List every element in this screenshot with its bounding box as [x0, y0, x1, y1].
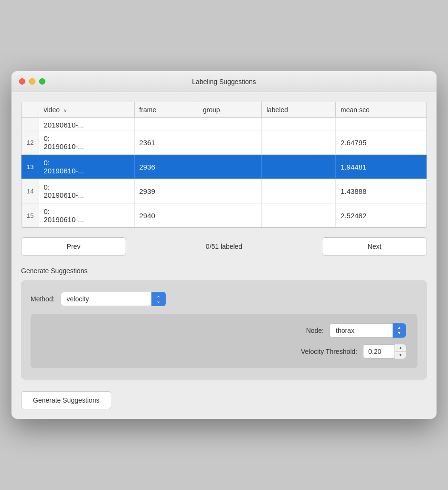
row-num: 15: [21, 203, 39, 228]
table-row[interactable]: 20190610-...: [21, 118, 427, 130]
title-bar: Labeling Suggestions: [11, 71, 437, 92]
suggestions-table-container: video ∨ frame group labeled mean sco 201…: [21, 102, 427, 228]
table-row[interactable]: 14 0:20190610-... 2939 1.43888: [21, 179, 427, 203]
table-row[interactable]: 15 0:20190610-... 2940 2.52482: [21, 203, 427, 228]
next-button[interactable]: Next: [322, 237, 427, 256]
cell-frame: 2361: [134, 130, 198, 155]
cell-group: [198, 130, 261, 155]
cell-group: [198, 203, 261, 228]
cell-score: 2.64795: [336, 130, 427, 155]
table-row-selected[interactable]: 13 0:20190610-... 2936 1.94481: [21, 155, 427, 179]
cell-frame: 2936: [134, 155, 198, 179]
maximize-button[interactable]: [39, 78, 45, 85]
cell-labeled: [261, 118, 335, 130]
cell-score: 2.52482: [336, 203, 427, 228]
main-window: Labeling Suggestions video ∨ frame group…: [11, 71, 437, 419]
col-header-group: group: [198, 102, 261, 118]
method-row: Method: velocity: [31, 292, 417, 306]
close-button[interactable]: [19, 78, 25, 85]
table-header-row: video ∨ frame group labeled mean sco: [21, 102, 427, 118]
col-header-labeled: labeled: [261, 102, 335, 118]
row-num: 12: [21, 130, 39, 155]
node-select[interactable]: thorax: [330, 323, 406, 338]
window-content: video ∨ frame group labeled mean sco 201…: [11, 92, 437, 419]
inner-options-panel: Node: thorax ▲ ▼ Velocity Threshold:: [31, 314, 417, 368]
threshold-stepper: ▲ ▼: [395, 344, 406, 359]
table-row[interactable]: 12 0:20190610-... 2361 2.64795: [21, 130, 427, 155]
cell-frame: 2940: [134, 203, 198, 228]
cell-labeled: [261, 155, 335, 179]
cell-labeled: [261, 203, 335, 228]
stepper-down-button[interactable]: ▼: [395, 352, 406, 359]
sort-icon: ∨: [64, 108, 67, 113]
cell-group: [198, 118, 261, 130]
row-num: [21, 118, 39, 130]
minimize-button[interactable]: [29, 78, 35, 85]
cell-video: 0:20190610-...: [39, 130, 134, 155]
window-title: Labeling Suggestions: [192, 78, 256, 85]
generate-section-title: Generate Suggestions: [21, 267, 427, 275]
cell-video: 0:20190610-...: [39, 155, 134, 179]
threshold-label: Velocity Threshold:: [301, 348, 357, 355]
cell-video: 0:20190610-...: [39, 179, 134, 203]
cell-video: 0:20190610-...: [39, 203, 134, 228]
row-num: 13: [21, 155, 39, 179]
stepper-up-button[interactable]: ▲: [395, 344, 406, 352]
method-select[interactable]: velocity: [61, 292, 166, 306]
col-header-mean-score: mean sco: [336, 102, 427, 118]
cell-frame: [134, 118, 198, 130]
threshold-row: Velocity Threshold: ▲ ▼: [42, 344, 406, 359]
navigation-row: Prev 0/51 labeled Next: [21, 237, 427, 256]
traffic-lights: [19, 78, 45, 85]
cell-score: [336, 118, 427, 130]
row-num: 14: [21, 179, 39, 203]
threshold-input-wrapper: ▲ ▼: [363, 344, 406, 359]
generate-suggestions-button[interactable]: Generate Suggestions: [21, 391, 111, 409]
suggestions-panel: Method: velocity Node: thorax: [21, 280, 427, 380]
cell-labeled: [261, 130, 335, 155]
node-select-wrapper: thorax ▲ ▼: [330, 323, 406, 338]
method-select-wrapper: velocity: [61, 292, 166, 306]
cell-score: 1.43888: [336, 179, 427, 203]
cell-score: 1.94481: [336, 155, 427, 179]
cell-frame: 2939: [134, 179, 198, 203]
col-header-num: [21, 102, 39, 118]
suggestions-table: video ∨ frame group labeled mean sco 201…: [21, 102, 427, 227]
cell-group: [198, 155, 261, 179]
node-row: Node: thorax ▲ ▼: [42, 323, 406, 338]
labeled-status: 0/51 labeled: [136, 243, 312, 250]
col-header-frame: frame: [134, 102, 198, 118]
cell-group: [198, 179, 261, 203]
cell-video: 20190610-...: [39, 118, 134, 130]
method-label: Method:: [31, 295, 55, 303]
node-label: Node:: [306, 327, 324, 334]
cell-labeled: [261, 179, 335, 203]
prev-button[interactable]: Prev: [21, 237, 126, 256]
col-header-video[interactable]: video ∨: [39, 102, 134, 118]
